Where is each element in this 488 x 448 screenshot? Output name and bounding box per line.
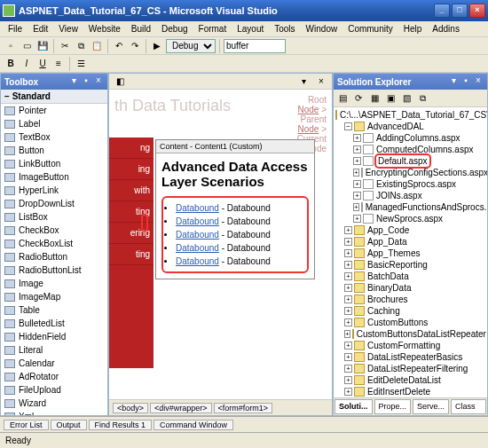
bold-icon[interactable]: B [4, 57, 18, 71]
toolbox-item[interactable]: Xml [1, 410, 107, 415]
expander-icon[interactable]: + [344, 238, 352, 246]
paste-icon[interactable]: 📋 [90, 39, 104, 53]
nest-icon[interactable]: ▣ [383, 91, 397, 106]
menu-file[interactable]: File [4, 23, 27, 35]
toolbox-item[interactable]: Pointer [1, 104, 107, 117]
redo-icon[interactable]: ↷ [128, 39, 142, 53]
node-label[interactable]: C:\...\ASPNET_Data_Tutorial_67_CS\ [340, 109, 487, 121]
tree-node[interactable]: +ComputedColumns.aspx [335, 144, 485, 155]
close-button[interactable]: × [469, 4, 485, 18]
search-combo[interactable] [224, 39, 286, 53]
underline-icon[interactable]: U [35, 57, 50, 71]
showall-icon[interactable]: ▦ [367, 91, 382, 106]
expander-icon[interactable]: + [344, 365, 352, 373]
undo-icon[interactable]: ↶ [112, 39, 126, 53]
expander-icon[interactable]: + [344, 295, 352, 303]
tree-node[interactable]: +Brochures [335, 294, 485, 305]
expander-icon[interactable]: + [353, 203, 359, 211]
tree-node[interactable]: +JOINs.aspx [335, 190, 485, 201]
menu-format[interactable]: Format [194, 23, 232, 35]
node-label[interactable]: Default.aspx [376, 155, 429, 167]
copy-icon[interactable]: ⧉ [415, 91, 429, 106]
databound-link[interactable]: Databound [176, 256, 219, 266]
expander-icon[interactable]: + [344, 249, 352, 257]
output-tab[interactable]: Output [51, 420, 87, 430]
play-icon[interactable]: ▶ [150, 39, 164, 53]
toolbox-item[interactable]: DropDownList [1, 197, 107, 210]
toolbox-item[interactable]: CheckBox [1, 224, 107, 237]
tag-chip[interactable]: <div#wrapper> [150, 403, 212, 413]
expander-icon[interactable]: + [344, 388, 352, 396]
toolbox-item[interactable]: AdRotator [1, 370, 107, 383]
config-select[interactable]: Debug [166, 39, 216, 53]
tree-node[interactable]: +Caching [335, 305, 485, 317]
pin-icon[interactable]: ▪ [460, 76, 471, 87]
expander-icon[interactable]: + [353, 215, 361, 223]
expander-icon[interactable]: + [353, 157, 361, 165]
databound-link[interactable]: Databound [176, 203, 219, 213]
view-code-icon[interactable]: ▧ [399, 91, 413, 106]
view-icon[interactable]: ◧ [113, 75, 127, 89]
expander-icon[interactable]: + [353, 192, 361, 200]
tree-node[interactable]: +BatchData [335, 271, 485, 282]
nav-node[interactable]: Node > [297, 124, 327, 134]
align-icon[interactable]: ≡ [51, 57, 66, 71]
node-label[interactable]: App_Themes [367, 248, 420, 259]
minimize-button[interactable]: _ [434, 4, 450, 18]
tree-node[interactable]: C:\...\ASPNET_Data_Tutorial_67_CS\ [335, 109, 485, 121]
toolbox-item[interactable]: CheckBoxList [1, 237, 107, 250]
menu-build[interactable]: Build [127, 23, 155, 35]
cut-icon[interactable]: ✂ [58, 39, 72, 53]
menu-tools[interactable]: Tools [270, 23, 299, 35]
panel-tab[interactable]: Class ... [451, 399, 486, 414]
node-label[interactable]: CustomFormatting [367, 340, 440, 351]
menu-layout[interactable]: Layout [232, 23, 268, 35]
tree-node[interactable]: +DataListRepeaterBasics [335, 351, 485, 363]
databound-link[interactable]: Databound [176, 243, 219, 253]
toolbox-item[interactable]: ListBox [1, 210, 107, 224]
close-icon[interactable]: × [314, 75, 328, 89]
node-label[interactable]: EditInsertDelete [367, 386, 430, 397]
node-label[interactable]: BasicReporting [367, 259, 428, 271]
toolbox-item[interactable]: Calendar [1, 357, 107, 370]
expander-icon[interactable]: − [344, 122, 352, 130]
menu-addins[interactable]: Addins [428, 23, 464, 35]
tree-node[interactable]: +CustomFormatting [335, 340, 485, 351]
toolbox-item[interactable]: BulletedList [1, 317, 107, 330]
node-label[interactable]: EditDeleteDataList [367, 374, 441, 386]
node-label[interactable]: AddingColumns.aspx [376, 132, 460, 144]
tag-chip[interactable]: <form#form1> [214, 403, 273, 413]
node-label[interactable]: AdvancedDAL [367, 121, 424, 132]
menu-website[interactable]: Website [84, 23, 125, 35]
tree-node[interactable]: +DataListRepeaterFiltering [335, 363, 485, 374]
maximize-button[interactable]: □ [452, 4, 468, 18]
tree-node[interactable]: +ManagedFunctionsAndSprocs.aspx [335, 201, 485, 213]
menu-view[interactable]: View [54, 23, 83, 35]
node-label[interactable]: DataListRepeaterBasics [367, 351, 462, 363]
menu-help[interactable]: Help [399, 23, 427, 35]
new-icon[interactable]: ▫ [4, 39, 18, 53]
content-placeholder[interactable]: Content - Content1 (Custom) Advanced Dat… [155, 139, 315, 279]
design-canvas[interactable]: th Data Tutorials RootNode >ParentNode >… [109, 90, 332, 399]
node-label[interactable]: ExistingSprocs.aspx [376, 178, 456, 190]
expander-icon[interactable]: + [344, 272, 352, 280]
tree-node[interactable]: +BinaryData [335, 282, 485, 294]
expander-icon[interactable]: + [344, 342, 352, 350]
toolbox-item[interactable]: Label [1, 117, 107, 130]
node-label[interactable]: Brochures [367, 294, 408, 305]
tree-node[interactable]: +NewSprocs.aspx [335, 213, 485, 224]
node-label[interactable]: BatchData [367, 271, 409, 282]
close-icon[interactable]: × [473, 76, 484, 87]
toolbox-item[interactable]: Wizard [1, 397, 107, 410]
expander-icon[interactable]: + [344, 376, 352, 384]
nav-item-partial[interactable]: with [109, 180, 153, 201]
toolbox-item[interactable]: HiddenField [1, 330, 107, 343]
toolbox-item[interactable]: FileUpload [1, 383, 107, 397]
tag-chip[interactable]: <body> [113, 403, 148, 413]
tree-node[interactable]: +App_Code [335, 224, 485, 236]
toolbox-item[interactable]: ImageMap [1, 290, 107, 303]
databound-link[interactable]: Databound [176, 230, 219, 240]
close-icon[interactable]: × [93, 76, 104, 87]
expander-icon[interactable]: + [344, 307, 352, 315]
node-label[interactable]: NewSprocs.aspx [376, 213, 443, 224]
